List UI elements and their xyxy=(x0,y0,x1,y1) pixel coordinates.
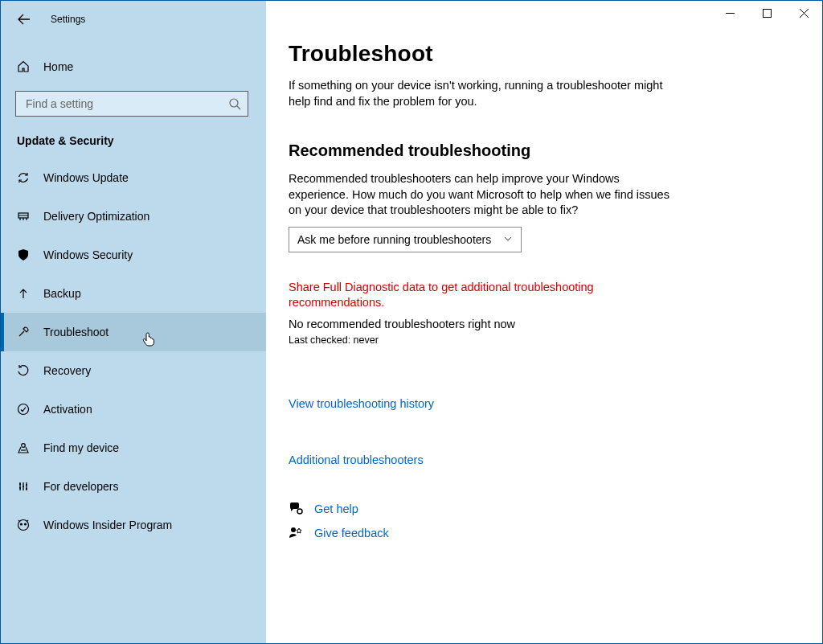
last-checked-text: Last checked: never xyxy=(289,334,822,346)
diagnostic-warning: Share Full Diagnostic data to get additi… xyxy=(289,280,634,311)
svg-point-0 xyxy=(230,99,238,107)
additional-troubleshooters-link[interactable]: Additional troubleshooters xyxy=(289,453,424,466)
sidebar-item-backup[interactable]: Backup xyxy=(1,274,266,313)
svg-point-9 xyxy=(291,527,296,532)
sidebar-item-find-my-device[interactable]: Find my device xyxy=(1,429,266,467)
page-title: Troubleshoot xyxy=(289,41,822,67)
svg-rect-7 xyxy=(763,9,771,17)
shield-icon xyxy=(17,248,30,261)
find-device-icon xyxy=(17,441,30,454)
sidebar-item-windows-insider[interactable]: Windows Insider Program xyxy=(1,506,266,544)
developers-icon xyxy=(17,480,30,493)
sidebar-item-activation[interactable]: Activation xyxy=(1,390,266,429)
sidebar-item-label: Windows Security xyxy=(43,248,133,261)
main-content: Troubleshoot If something on your device… xyxy=(266,1,822,643)
window-controls xyxy=(711,1,822,25)
svg-point-2 xyxy=(18,404,29,415)
give-feedback-label: Give feedback xyxy=(314,527,389,539)
search-input[interactable] xyxy=(24,96,228,111)
sidebar-item-label: Recovery xyxy=(43,364,91,377)
sidebar-item-troubleshoot[interactable]: Troubleshoot xyxy=(1,313,266,351)
sync-icon xyxy=(17,171,30,184)
sidebar-item-label: Windows Update xyxy=(43,171,129,184)
wrench-icon xyxy=(17,326,30,338)
chevron-down-icon xyxy=(503,233,513,246)
sidebar-nav: Windows Update Delivery Optimization Win… xyxy=(1,158,266,544)
dropdown-value: Ask me before running troubleshooters xyxy=(297,233,491,246)
home-label: Home xyxy=(43,60,73,73)
sidebar: Settings Home Update & Security Windo xyxy=(1,1,266,643)
svg-point-6 xyxy=(25,523,27,525)
intro-text: If something on your device isn't workin… xyxy=(289,78,674,109)
recommended-text: Recommended troubleshooters can help imp… xyxy=(289,171,674,219)
sidebar-home[interactable]: Home xyxy=(1,52,266,81)
close-button[interactable] xyxy=(785,1,822,25)
titlebar: Settings xyxy=(1,6,266,33)
sidebar-section-title: Update & Security xyxy=(17,134,266,147)
app-title: Settings xyxy=(51,14,85,25)
insider-icon xyxy=(17,519,30,531)
sidebar-item-recovery[interactable]: Recovery xyxy=(1,351,266,390)
sidebar-item-for-developers[interactable]: For developers xyxy=(1,467,266,506)
search-icon xyxy=(228,97,241,110)
backup-icon xyxy=(17,287,30,300)
minimize-button[interactable] xyxy=(711,1,748,25)
sidebar-item-label: Backup xyxy=(43,287,81,300)
sidebar-item-label: For developers xyxy=(43,480,118,493)
sidebar-item-windows-security[interactable]: Windows Security xyxy=(1,236,266,274)
back-button[interactable] xyxy=(17,12,31,27)
svg-point-5 xyxy=(21,523,23,525)
get-help-label: Get help xyxy=(314,502,358,515)
svg-point-8 xyxy=(297,509,302,514)
sidebar-item-label: Delivery Optimization xyxy=(43,210,149,223)
recommended-heading: Recommended troubleshooting xyxy=(289,142,822,160)
feedback-icon xyxy=(289,526,303,540)
settings-window: Settings Home Update & Security Windo xyxy=(0,0,823,644)
recommended-dropdown[interactable]: Ask me before running troubleshooters xyxy=(289,227,522,252)
home-icon xyxy=(17,60,30,73)
sidebar-item-label: Windows Insider Program xyxy=(43,519,172,531)
sidebar-item-delivery-optimization[interactable]: Delivery Optimization xyxy=(1,197,266,236)
svg-point-3 xyxy=(22,444,26,448)
delivery-icon xyxy=(17,210,30,223)
get-help-button[interactable]: Get help xyxy=(289,502,822,516)
maximize-button[interactable] xyxy=(748,1,785,25)
sidebar-item-label: Troubleshoot xyxy=(43,326,109,338)
check-circle-icon xyxy=(17,403,30,416)
give-feedback-button[interactable]: Give feedback xyxy=(289,526,822,540)
sidebar-item-label: Activation xyxy=(43,403,92,416)
sidebar-item-label: Find my device xyxy=(43,441,119,454)
history-link[interactable]: View troubleshooting history xyxy=(289,397,434,410)
recovery-icon xyxy=(17,364,30,377)
get-help-icon xyxy=(289,502,303,516)
sidebar-item-windows-update[interactable]: Windows Update xyxy=(1,158,266,197)
search-box[interactable] xyxy=(15,91,248,117)
no-recommended-text: No recommended troubleshooters right now xyxy=(289,318,822,330)
